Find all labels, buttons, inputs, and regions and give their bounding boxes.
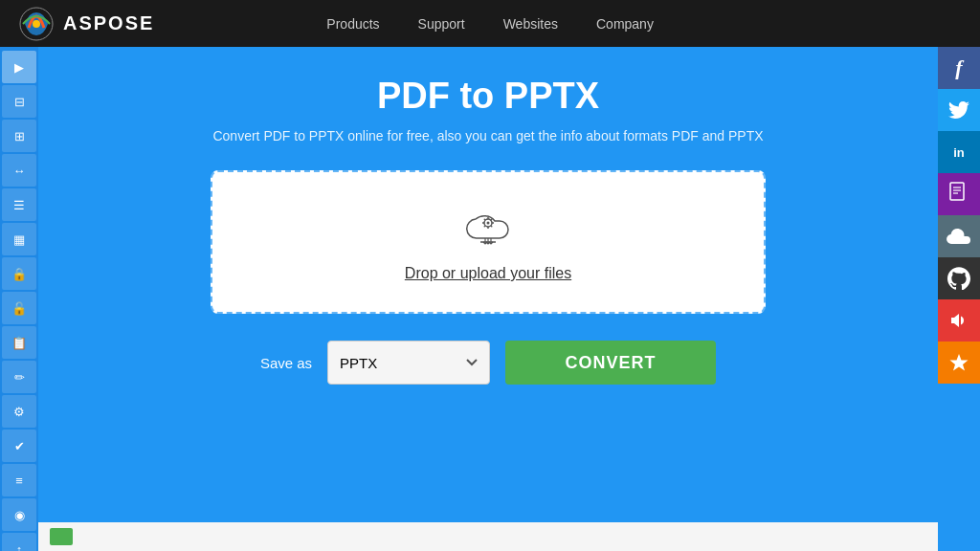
aspose-logo-icon — [19, 7, 54, 41]
nav-websites[interactable]: Websites — [503, 16, 558, 32]
svg-marker-6 — [950, 354, 969, 371]
logo-area: ASPOSE — [19, 7, 154, 41]
right-sidebar: f in — [938, 47, 980, 384]
cloud-button[interactable] — [938, 215, 980, 257]
announce-button[interactable] — [938, 299, 980, 342]
pdf-button[interactable] — [938, 173, 980, 215]
sidebar-pages-btn[interactable]: ⊞ — [2, 120, 36, 152]
main-content: PDF to PPTX Convert PDF to PPTX online f… — [38, 47, 938, 551]
sidebar-circle-btn[interactable]: ◉ — [2, 498, 36, 531]
sidebar-edit-btn[interactable]: ✏ — [2, 361, 36, 393]
left-sidebar: ▶ ⊟ ⊞ ↔ ☰ ▦ 🔒 🔓 📋 ✏ ⚙ ✔ ≡ ◉ ↕ 👁 — [0, 47, 38, 551]
svg-line-15 — [484, 226, 485, 227]
page-subtitle: Convert PDF to PPTX online for free, als… — [212, 128, 763, 143]
svg-line-14 — [491, 226, 492, 227]
sidebar-file-btn[interactable]: ⊟ — [2, 85, 36, 118]
nav-products[interactable]: Products — [326, 16, 379, 32]
format-select[interactable]: PPTX PPT ODP — [327, 341, 490, 385]
drop-zone-label: Drop or upload your files — [405, 265, 571, 282]
sidebar-lock-btn[interactable]: 🔒 — [2, 257, 36, 290]
top-navbar: ASPOSE Products Support Websites Company — [0, 0, 980, 47]
sidebar-clipboard-btn[interactable]: 📋 — [2, 326, 36, 359]
logo-text: ASPOSE — [63, 12, 154, 34]
sidebar-convert-btn[interactable]: ↔ — [2, 154, 36, 187]
file-drop-zone[interactable]: Drop or upload your files — [211, 170, 766, 314]
nav-links: Products Support Websites Company — [326, 16, 654, 32]
svg-rect-2 — [950, 183, 964, 200]
svg-point-8 — [487, 222, 490, 225]
github-button[interactable] — [938, 257, 980, 299]
svg-point-1 — [33, 20, 40, 28]
nav-support[interactable]: Support — [418, 16, 465, 32]
svg-line-13 — [484, 219, 485, 220]
sidebar-arrow-btn[interactable]: ▶ — [2, 51, 36, 83]
sidebar-menu-btn[interactable]: ≡ — [2, 464, 36, 496]
save-as-label: Save as — [260, 355, 312, 371]
save-as-row: Save as PPTX PPT ODP CONVERT — [260, 341, 716, 385]
sidebar-tool-btn[interactable]: ⚙ — [2, 395, 36, 428]
sidebar-unlock-btn[interactable]: 🔓 — [2, 292, 36, 324]
page-title: PDF to PPTX — [377, 76, 599, 117]
linkedin-button[interactable]: in — [938, 131, 980, 173]
facebook-button[interactable]: f — [938, 47, 980, 89]
bottom-icon — [50, 528, 73, 545]
svg-line-16 — [491, 219, 492, 220]
sidebar-table-btn[interactable]: ▦ — [2, 223, 36, 255]
sidebar-list-btn[interactable]: ☰ — [2, 188, 36, 221]
sidebar-arrows-btn[interactable]: ↕ — [2, 533, 36, 551]
bottom-strip — [38, 522, 938, 551]
upload-cloud-icon — [457, 202, 519, 253]
convert-button[interactable]: CONVERT — [505, 341, 716, 385]
sidebar-check-btn[interactable]: ✔ — [2, 430, 36, 462]
twitter-button[interactable] — [938, 89, 980, 131]
nav-company[interactable]: Company — [596, 16, 654, 32]
star-button[interactable] — [938, 342, 980, 384]
